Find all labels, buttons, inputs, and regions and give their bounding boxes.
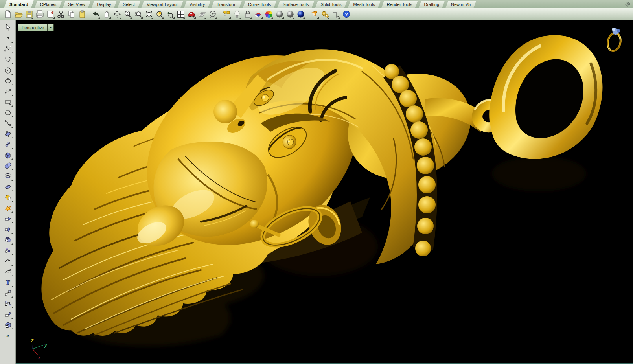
svg-text:?: ? xyxy=(345,12,348,17)
zoom-selected-button[interactable] xyxy=(154,9,165,20)
extrude-solid-button[interactable] xyxy=(2,319,14,330)
zoom-window-button[interactable] xyxy=(133,9,144,20)
tab-render-tools[interactable]: Render Tools xyxy=(381,1,418,8)
assign-material-button[interactable] xyxy=(253,9,263,20)
patch-button[interactable] xyxy=(2,181,14,192)
tab-drafting[interactable]: Drafting xyxy=(418,1,445,8)
print-button[interactable] xyxy=(34,9,45,20)
array-icon xyxy=(4,300,12,307)
arc-button[interactable] xyxy=(2,86,14,96)
tab-display[interactable]: Display xyxy=(91,1,116,8)
tab-surface-tools[interactable]: Surface Tools xyxy=(277,1,314,8)
render-button[interactable] xyxy=(309,9,320,20)
sidebar-expand-button[interactable]: » xyxy=(6,333,9,338)
cplane-grid-icon xyxy=(198,10,206,18)
magnifier-selected-icon xyxy=(155,10,164,18)
single-point-button[interactable] xyxy=(2,33,14,43)
save-icon xyxy=(25,10,33,18)
viewport-title[interactable]: Perspective ▼ xyxy=(18,24,54,31)
dimension-button[interactable] xyxy=(330,9,341,20)
tab-transform[interactable]: Transform xyxy=(211,1,242,8)
color-wheel-button[interactable] xyxy=(263,9,274,20)
rotate-button[interactable] xyxy=(2,309,14,319)
named-views-button[interactable] xyxy=(186,9,197,20)
ghosted-viewport-button[interactable] xyxy=(285,9,295,20)
tab-visibility[interactable]: Visibility xyxy=(184,1,211,8)
ellipse-button[interactable] xyxy=(2,75,14,86)
rotate-view-button[interactable] xyxy=(112,9,122,20)
tab-set-view[interactable]: Set View xyxy=(63,1,90,8)
hide-objects-button[interactable] xyxy=(221,9,232,20)
polyline-icon xyxy=(4,45,12,53)
viewport-layout-button[interactable] xyxy=(175,9,186,20)
tab-select[interactable]: Select xyxy=(118,1,141,8)
polyline-button[interactable] xyxy=(2,43,14,54)
help-button[interactable]: ? xyxy=(341,9,351,20)
curve-through-points-button[interactable] xyxy=(2,54,14,64)
revolve-button[interactable] xyxy=(2,171,14,181)
perspective-viewport[interactable]: x y z Perspective ▼ xyxy=(16,20,633,364)
open-file-button[interactable] xyxy=(13,9,24,20)
tab-curve-tools[interactable]: Curve Tools xyxy=(243,1,276,8)
save-button[interactable] xyxy=(24,9,34,20)
tab-new-in-v5[interactable]: New in V5 xyxy=(445,1,476,8)
pan-button[interactable] xyxy=(101,9,112,20)
gears-icon xyxy=(321,10,329,18)
circle-button[interactable] xyxy=(2,64,14,75)
tab-options-button[interactable] xyxy=(625,1,631,7)
tab-standard[interactable]: Standard xyxy=(4,0,34,8)
options-button[interactable] xyxy=(320,9,330,20)
hand-icon xyxy=(102,10,111,18)
rendered-viewport-button[interactable] xyxy=(295,9,306,20)
ring-with-gem-icon xyxy=(606,27,623,52)
surface-from-points-button[interactable] xyxy=(2,128,14,139)
paste-button[interactable] xyxy=(77,9,87,20)
box-button[interactable] xyxy=(2,149,14,160)
rectangle-button[interactable] xyxy=(2,96,14,107)
lock-objects-button[interactable] xyxy=(242,9,253,20)
polygon-button[interactable] xyxy=(2,107,14,118)
tab-mesh-tools[interactable]: Mesh Tools xyxy=(348,1,380,8)
text-object-button[interactable]: T xyxy=(2,277,14,287)
show-objects-button[interactable] xyxy=(232,9,242,20)
tab-solid-tools[interactable]: Solid Tools xyxy=(315,1,347,8)
tab-viewport-layout[interactable]: Viewport Layout xyxy=(141,1,183,8)
trim-button[interactable] xyxy=(2,213,14,224)
offset-curve-button[interactable] xyxy=(2,266,14,277)
undo-button[interactable] xyxy=(90,9,101,20)
cplanes-button[interactable] xyxy=(197,9,207,20)
copy-button[interactable] xyxy=(66,9,77,20)
undo-view-change-button[interactable] xyxy=(165,9,175,20)
shaded-viewport-button[interactable] xyxy=(274,9,285,20)
copy-array-button[interactable] xyxy=(2,298,14,309)
set-cplane-button[interactable] xyxy=(207,9,218,20)
sphere-button[interactable] xyxy=(2,160,14,171)
select-button[interactable] xyxy=(2,22,14,33)
cut-button[interactable] xyxy=(55,9,66,20)
trim-icon xyxy=(4,215,12,222)
zoom-extents-button[interactable] xyxy=(144,9,154,20)
explode-button[interactable] xyxy=(2,202,14,213)
split-button[interactable] xyxy=(2,224,14,234)
car-icon xyxy=(187,10,196,18)
new-file-button[interactable] xyxy=(2,9,13,20)
polygon-icon xyxy=(4,108,12,116)
boolean-union-button[interactable] xyxy=(2,192,14,202)
rhino-window: Standard CPlanes Set View Display Select… xyxy=(0,0,633,364)
page-edit-icon xyxy=(46,10,55,18)
left-toolbar: T » xyxy=(0,20,16,364)
four-viewports-icon xyxy=(177,10,185,18)
point-cloud-button[interactable] xyxy=(2,245,14,256)
curve-blend-button[interactable] xyxy=(2,256,14,266)
move-button[interactable] xyxy=(2,287,14,298)
zoom-dynamic-button[interactable] xyxy=(122,9,133,20)
tab-cplanes[interactable]: CPlanes xyxy=(35,1,62,8)
undo-arrow-icon xyxy=(92,10,100,18)
boolean-difference-button[interactable] xyxy=(2,234,14,245)
toolbar-tab-bar: Standard CPlanes Set View Display Select… xyxy=(0,0,633,8)
viewport-title-dropdown[interactable]: ▼ xyxy=(47,24,53,31)
surface-from-curves-button[interactable] xyxy=(2,139,14,149)
blend-curve-icon xyxy=(4,257,12,265)
edit-properties-button[interactable] xyxy=(45,9,55,20)
freeform-curve-button[interactable] xyxy=(2,118,14,128)
